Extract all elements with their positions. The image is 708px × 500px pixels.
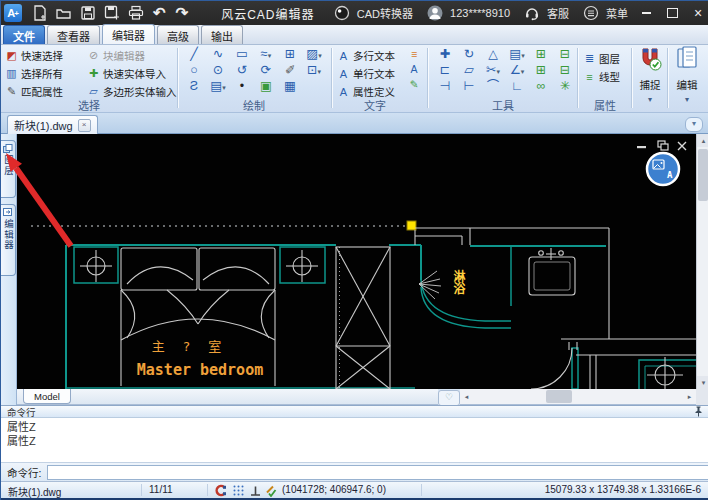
close-button[interactable]: × xyxy=(687,4,708,22)
boundary-icon[interactable]: ▨▾ xyxy=(302,47,326,63)
layer-icon: ≣ xyxy=(583,52,596,65)
tab-advanced[interactable]: 高级 xyxy=(157,25,199,44)
layers-panel-icon xyxy=(3,144,13,153)
pen-icon[interactable]: ✐ xyxy=(278,63,302,79)
move-icon[interactable]: ✚ xyxy=(433,47,457,63)
spline-icon[interactable]: Ƨ xyxy=(182,79,206,95)
command-panel-header[interactable]: 命令行 xyxy=(1,405,708,418)
scroll-left-icon[interactable]: ◂ xyxy=(460,390,473,403)
quickview-button[interactable]: ♡ xyxy=(438,390,460,406)
side-tab-layers[interactable]: 图层 xyxy=(1,140,16,198)
pin-icon[interactable] xyxy=(694,406,703,417)
grip-point[interactable] xyxy=(407,221,416,230)
offset-copy-icon[interactable]: ⊟ xyxy=(553,47,577,63)
cad-converter-button[interactable]: CAD转换器 xyxy=(327,5,416,21)
command-input[interactable] xyxy=(47,465,708,480)
maximize-button[interactable] xyxy=(661,4,683,22)
arc-icon[interactable]: ↺ xyxy=(230,63,254,79)
tab-output[interactable]: 输出 xyxy=(201,25,243,44)
join-icon[interactable]: ∞ xyxy=(529,79,553,95)
tab-viewer[interactable]: 查看器 xyxy=(47,25,100,44)
document-tab[interactable]: 新块(1).dwg × xyxy=(7,115,98,134)
undo-icon[interactable]: ↶ xyxy=(153,5,166,21)
ortho-toggle-icon[interactable] xyxy=(249,484,262,497)
hatch-icon[interactable]: ▤▾ xyxy=(206,79,230,95)
ellipse-icon[interactable]: ⊙ xyxy=(206,63,230,79)
ungroup-icon[interactable]: ⊟ xyxy=(553,63,577,79)
rotate-icon[interactable]: ↻ xyxy=(457,47,481,63)
tab-file[interactable]: 文件 xyxy=(3,25,45,44)
circle-icon[interactable]: ○ xyxy=(182,63,206,79)
array-icon[interactable]: ▤▾ xyxy=(505,47,529,63)
scroll-right-icon[interactable]: ▸ xyxy=(683,390,696,403)
side-tab-editor[interactable]: 编辑器 xyxy=(1,204,16,276)
horizontal-scroll-thumb[interactable] xyxy=(546,390,572,403)
status-coordinates: (1041728; 406947.6; 0) xyxy=(282,484,386,495)
minimize-button[interactable] xyxy=(635,4,657,22)
mdi-minimize-icon[interactable] xyxy=(637,146,646,148)
edit-button[interactable]: 编辑 ▾ xyxy=(669,46,705,110)
quick-entity-import-button[interactable]: ✚快速实体导入 xyxy=(87,66,166,81)
document-tab-close-icon[interactable]: × xyxy=(78,119,91,132)
save-as-icon[interactable] xyxy=(104,5,120,21)
mirror-icon[interactable]: △ xyxy=(481,47,505,63)
line-icon[interactable]: ╱ xyxy=(182,47,206,63)
quick-select-button[interactable]: ◩快速选择 xyxy=(5,48,63,63)
copy-icon[interactable]: ⊞ xyxy=(529,47,553,63)
numbering-icon[interactable]: ≡ xyxy=(405,48,423,60)
text-style-icon[interactable]: A xyxy=(405,63,423,75)
command-history-line: 属性Z xyxy=(7,434,703,448)
linetype-button[interactable]: ≡线型 xyxy=(583,69,620,84)
tab-editor[interactable]: 编辑器 xyxy=(102,24,155,44)
mtext-button[interactable]: A多行文本 xyxy=(337,48,395,63)
erase-icon[interactable]: ✂▾ xyxy=(481,63,505,79)
layer-button[interactable]: ≣图层 xyxy=(583,51,620,66)
redo-icon[interactable]: ↷ xyxy=(176,5,189,21)
polyline-icon[interactable]: ≈▾ xyxy=(254,47,278,63)
draft-check-icon[interactable] xyxy=(264,484,277,497)
block-editor-button[interactable]: ⊘块编辑器 xyxy=(87,48,145,63)
drawing-canvas[interactable]: A 主 ? 室 Master bedroom xyxy=(17,134,696,389)
insert-block-icon[interactable]: ⊞ xyxy=(278,47,302,63)
user-account[interactable]: 123****8910 xyxy=(420,5,513,21)
image-icon[interactable]: ▣ xyxy=(254,79,278,95)
extend-icon[interactable]: ⊢ xyxy=(457,79,481,95)
stretch-icon[interactable]: ⊏ xyxy=(433,63,457,79)
scroll-down-icon[interactable]: ▾ xyxy=(697,376,708,389)
model-tab[interactable]: Model xyxy=(23,389,71,404)
snap-dropdown[interactable]: ▾ xyxy=(634,95,666,104)
revision-cloud-icon[interactable]: ⟳ xyxy=(254,63,278,79)
float-convert-button[interactable]: A xyxy=(647,153,679,185)
edit-dropdown[interactable]: ▾ xyxy=(669,95,705,104)
scroll-up-icon[interactable]: ▴ xyxy=(697,134,708,147)
grid-toggle-icon[interactable] xyxy=(232,484,245,497)
new-file-icon[interactable] xyxy=(32,5,48,21)
fillet-icon[interactable]: ⌒ xyxy=(481,79,505,95)
osnap-toggle-icon[interactable] xyxy=(215,484,228,497)
select-all-button[interactable]: ▥选择所有 xyxy=(5,66,63,81)
trim-icon[interactable]: ⊣ xyxy=(433,79,457,95)
vertical-scroll-thumb[interactable] xyxy=(698,149,708,201)
chamfer-icon[interactable]: ∟ xyxy=(505,79,529,95)
sketch-icon[interactable]: ∿ xyxy=(206,47,230,63)
customer-service-button[interactable]: 客服 xyxy=(517,5,572,21)
vertical-scrollbar[interactable]: ▴ ▾ xyxy=(696,134,708,389)
copy-object-icon[interactable]: ⊡▾ xyxy=(302,63,326,79)
open-file-icon[interactable] xyxy=(56,5,72,21)
table-icon[interactable]: ▦ xyxy=(278,79,302,95)
edit-text-icon[interactable]: ✎ xyxy=(405,78,423,90)
rectangle-icon[interactable]: ▭ xyxy=(230,47,254,63)
print-icon[interactable] xyxy=(128,5,144,21)
snap-button[interactable]: 捕捉 ▾ xyxy=(634,46,666,110)
menu-button[interactable]: 菜单 xyxy=(576,5,631,21)
command-history[interactable]: 属性Z 属性Z xyxy=(1,418,708,462)
horizontal-scrollbar[interactable]: ◂ ▸ xyxy=(460,389,696,405)
tab-overflow-button[interactable]: ▾ xyxy=(685,117,703,132)
explode-icon[interactable]: ✳ xyxy=(553,79,577,95)
save-icon[interactable] xyxy=(80,5,96,21)
dtext-button[interactable]: A单行文本 xyxy=(337,66,395,81)
group-icon[interactable]: ⊞ xyxy=(529,63,553,79)
point-icon[interactable]: • xyxy=(230,79,254,95)
measure-icon[interactable]: ∠▾ xyxy=(505,63,529,79)
scale-icon[interactable]: ▱ xyxy=(457,63,481,79)
